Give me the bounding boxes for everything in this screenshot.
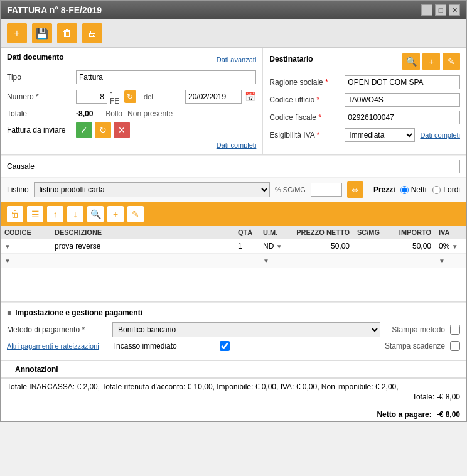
expand-iva-icon[interactable]: ▼ <box>439 257 445 264</box>
col-descrizione: DESCRIZIONE <box>51 226 234 239</box>
incasso-row: Altri pagamenti e rateizzazioni Incasso … <box>7 341 460 351</box>
expand-cell-um: ▼ <box>259 254 291 268</box>
table-up-button[interactable]: ↑ <box>47 206 63 222</box>
pagamenti-header: ■ Impostazione e gestione pagamenti <box>7 308 460 317</box>
main-content: Dati documento Dati avanzati Tipo Numero… <box>1 48 466 421</box>
numero-input[interactable] <box>76 90 107 104</box>
codice-ufficio-input[interactable] <box>345 93 460 107</box>
causale-input[interactable] <box>45 160 460 173</box>
codice-fiscale-input[interactable] <box>345 111 460 124</box>
pagamenti-toggle-icon[interactable]: ■ <box>7 308 11 317</box>
codice-ufficio-label: Codice ufficio <box>269 95 345 104</box>
cell-prezzo: 50,00 <box>291 239 353 254</box>
incasso-checkbox[interactable] <box>220 341 230 351</box>
metodo-label: Metodo di pagamento * <box>7 325 107 334</box>
footer-netto-row: Netto a pagare: -€ 8,00 <box>1 406 466 421</box>
footer-totali: Totale INARCASSA: € 2,00, Totale ritenut… <box>1 378 466 406</box>
right-action-buttons: 🔍 + ✎ <box>402 53 460 70</box>
esigibilita-select[interactable]: Immediata <box>345 128 415 142</box>
table-toolbar: 🗑 ☰ ↑ ↓ 🔍 + ✎ <box>1 202 466 226</box>
dati-completi-left-link[interactable]: Dati completi <box>217 141 257 149</box>
annotazioni-toggle-icon[interactable]: + <box>7 365 11 374</box>
table-edit-button[interactable]: ✎ <box>127 206 144 222</box>
confirm-button[interactable]: ✓ <box>76 122 92 138</box>
expand-cell-iva: ▼ <box>435 254 466 268</box>
minimize-button[interactable]: – <box>421 4 432 16</box>
expand-cell-qta <box>234 254 259 268</box>
table-search-button[interactable]: 🔍 <box>87 206 104 222</box>
scmg-action-button[interactable]: ⇔ <box>347 181 363 198</box>
expand-cell-importo <box>391 254 435 268</box>
codice-ufficio-row: Codice ufficio <box>269 93 460 107</box>
listino-select[interactable]: listino prodotti carta <box>34 182 270 197</box>
stampa-scadenze-checkbox[interactable] <box>450 341 460 351</box>
expand-icon[interactable]: ▼ <box>4 257 11 264</box>
dati-documento-header: Dati documento <box>7 53 64 62</box>
title-bar: FATTURA n° 8-FE/2019 – □ ✕ <box>1 1 466 19</box>
pagamenti-title: Impostazione e gestione pagamenti <box>15 308 142 317</box>
bollo-label: Bollo <box>105 109 122 118</box>
ragione-input[interactable] <box>345 75 460 89</box>
esigibilita-row: Esigibilità IVA Immediata Dati completi <box>269 128 460 142</box>
del-label: del <box>144 93 180 100</box>
netto-label: Netto a pagare: <box>377 410 431 419</box>
scmg-input[interactable] <box>311 183 342 197</box>
items-table: CODICE DESCRIZIONE QTÀ U.M. PREZZO NETTO… <box>1 226 466 268</box>
maximize-button[interactable]: □ <box>435 4 446 16</box>
date-input[interactable] <box>185 90 242 104</box>
dati-completi-right-link[interactable]: Dati completi <box>420 131 460 139</box>
footer-line-1: Totale INARCASSA: € 2,00, Totale ritenut… <box>7 382 460 391</box>
table-list-button[interactable]: ☰ <box>27 206 43 222</box>
delete-button[interactable]: 🗑 <box>57 23 77 43</box>
toolbar: + 💾 🗑 🖨 <box>1 19 466 48</box>
stampa-metodo-checkbox[interactable] <box>450 325 460 335</box>
pagamenti-section: ■ Impostazione e gestione pagamenti Meto… <box>1 302 466 360</box>
tipo-input[interactable] <box>76 70 256 84</box>
col-qta: QTÀ <box>234 226 259 239</box>
iva-dropdown-icon[interactable]: ▼ <box>452 243 458 250</box>
window-title: FATTURA n° 8-FE/2019 <box>7 5 102 15</box>
save-button[interactable]: 💾 <box>32 23 52 43</box>
edit-destinatario-button[interactable]: ✎ <box>443 53 460 70</box>
netti-radio[interactable] <box>400 186 409 194</box>
um-value: ND <box>263 242 274 251</box>
ragione-label: Ragione sociale <box>269 78 345 87</box>
prezzi-radio-group: Netti Lordi <box>400 185 460 194</box>
right-panel: Destinatario 🔍 + ✎ Ragione sociale Codic… <box>263 48 466 154</box>
lordi-label: Lordi <box>443 185 460 194</box>
reject-button[interactable]: ✕ <box>114 122 130 138</box>
table-header-row: CODICE DESCRIZIONE QTÀ U.M. PREZZO NETTO… <box>1 226 466 239</box>
row-expand-icon[interactable]: ▼ <box>4 243 11 250</box>
annotazioni-header: + Annotazioni <box>7 365 460 374</box>
annotazioni-title: Annotazioni <box>15 365 58 374</box>
lordi-radio[interactable] <box>432 186 441 194</box>
stampa-scadenze-label: Stampa scadenze <box>385 342 445 350</box>
altri-pagamenti-link[interactable]: Altri pagamenti e rateizzazioni <box>7 342 99 350</box>
print-button[interactable]: 🖨 <box>82 23 102 43</box>
two-col-layout: Dati documento Dati avanzati Tipo Numero… <box>1 48 466 154</box>
stampa-metodo-label: Stampa metodo <box>392 325 445 334</box>
sync-button[interactable]: ↻ <box>95 122 111 138</box>
cell-importo: 50,00 <box>391 239 435 254</box>
destinatario-header: Destinatario <box>269 55 313 63</box>
add-button[interactable]: + <box>7 23 27 43</box>
fattura-action-btns: ✓ ↻ ✕ <box>76 122 130 138</box>
dati-avanzati-link[interactable]: Dati avanzati <box>217 56 257 63</box>
metodo-select[interactable]: Bonifico bancario <box>112 322 380 337</box>
table-delete-button[interactable]: 🗑 <box>7 206 23 222</box>
expand-um-icon[interactable]: ▼ <box>263 257 269 264</box>
table-down-button[interactable]: ↓ <box>67 206 83 222</box>
scmg-label: % SC/MG <box>275 186 306 193</box>
refresh-numero-button[interactable]: ↻ <box>124 90 136 103</box>
totale-label: Totale <box>7 109 76 118</box>
annotazioni-section: + Annotazioni <box>1 360 466 377</box>
table-add-button[interactable]: + <box>107 206 124 222</box>
close-button[interactable]: ✕ <box>449 4 460 16</box>
calendar-button[interactable]: 📅 <box>244 90 256 103</box>
expand-cell-codice: ▼ <box>1 254 51 268</box>
col-um: U.M. <box>259 226 291 239</box>
um-dropdown-icon[interactable]: ▼ <box>276 243 282 250</box>
search-destinatario-button[interactable]: 🔍 <box>402 53 420 70</box>
add-destinatario-button[interactable]: + <box>422 53 440 70</box>
col-codice: CODICE <box>1 226 51 239</box>
